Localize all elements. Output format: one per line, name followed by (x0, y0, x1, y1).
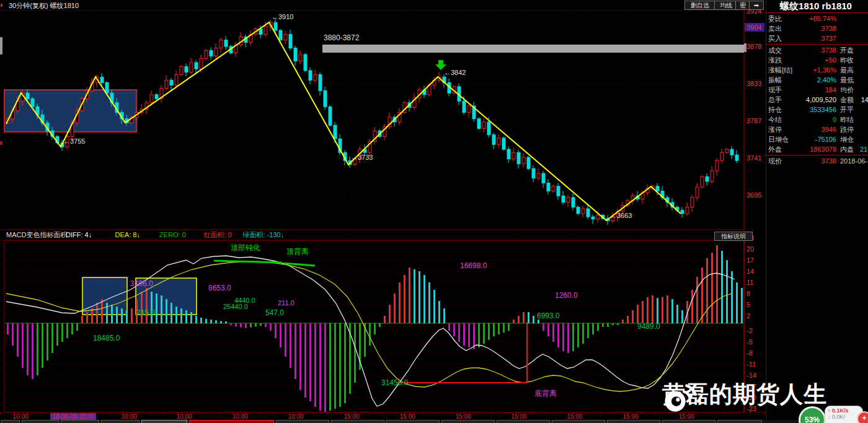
quote-label2: 开盘 (836, 45, 860, 55)
quote-label: 委比 (766, 14, 800, 24)
quote-label: 持仓 (766, 105, 800, 115)
quote-value: 3946 (800, 124, 836, 134)
quote-value: +85.74% (800, 14, 836, 24)
quote-value2 (860, 124, 868, 134)
bottom-tab[interactable] (607, 420, 660, 423)
svg-text:1260.0: 1260.0 (555, 291, 578, 300)
svg-text:6993.0: 6993.0 (537, 312, 560, 320)
svg-text:底背离: 底背离 (534, 389, 557, 398)
ma-toggle-button[interactable]: 均线 (714, 1, 738, 10)
quote-label2: 昨收 (836, 55, 860, 65)
bottom-tab[interactable] (141, 420, 187, 423)
svg-text:ZERO: 0: ZERO: 0 (159, 231, 186, 238)
bottom-tab[interactable] (497, 420, 550, 423)
quote-value: 3738 (800, 24, 836, 33)
quote-value: 3738 (800, 45, 836, 55)
quote-label2: 最低 (836, 75, 860, 85)
svg-text:←3842: ←3842 (444, 69, 466, 76)
svg-text:14: 14 (746, 268, 754, 275)
svg-text:20: 20 (746, 245, 754, 253)
quote-row: 现手184均价 (766, 85, 868, 95)
divider (766, 44, 868, 45)
svg-text:16698.0: 16698.0 (460, 261, 487, 270)
svg-text:3904: 3904 (746, 24, 761, 31)
quote-row: 持仓3533456开平 (766, 105, 868, 115)
svg-text:←3910: ←3910 (272, 13, 293, 20)
time-label: 15:00 (511, 413, 526, 420)
quote-panel: 螺纹1810 rb1810 委比+85.74%卖出3738买入3737成交373… (766, 0, 868, 423)
bottom-tab[interactable] (662, 420, 715, 423)
quote-label: 涨停 (766, 124, 800, 134)
divider (766, 155, 868, 155)
quote-label: 外盘 (766, 144, 800, 154)
macd-labels: 顶部钝化顶背离3106.08653.0215.018485.04440.0254… (93, 243, 660, 398)
quote-label2: 2018-06- (836, 156, 860, 166)
quote-value: 184 (800, 85, 836, 95)
arrow-right-icon[interactable]: ➡ (749, 1, 764, 10)
quote-label2 (836, 14, 860, 24)
quote-row: 涨幅[结]+1.36%最高 (766, 65, 868, 75)
svg-text:3878: 3878 (746, 43, 761, 50)
svg-text:绿面积: -130↓: 绿面积: -130↓ (242, 231, 285, 238)
quote-label2: 金额 (836, 95, 860, 105)
svg-text:3787: 3787 (746, 117, 761, 124)
macd-histogram (7, 245, 743, 412)
quote-row: 现价37382018-06- (766, 156, 868, 166)
quote-value: 3738 (800, 156, 836, 166)
quote-value: 4,009,520 (800, 95, 836, 105)
quote-label2: 昨结 (836, 115, 860, 124)
indicator-help-button[interactable]: 指标说明 (714, 232, 753, 241)
quote-label2: 开平 (836, 105, 860, 115)
bottom-tab[interactable] (386, 420, 440, 423)
svg-text:-8: -8 (746, 349, 753, 357)
macd-header: MACD变色指标面积DIFF: 4↓DEA: 8↓ZERO: 0红面积: 0绿面… (6, 231, 284, 238)
bottom-tab[interactable] (717, 420, 762, 423)
quote-row: 总手4,009,520金额14 (766, 95, 868, 105)
quote-value: +50 (800, 55, 836, 65)
quote-value2 (860, 55, 868, 65)
svg-text:17: 17 (746, 256, 754, 264)
quote-label: 涨跌 (766, 55, 800, 65)
bottom-tab[interactable] (1, 420, 20, 423)
bottom-tab-active[interactable] (189, 420, 274, 423)
quote-value2 (860, 105, 868, 115)
time-label-selected: 18-06-08 22:30 (50, 413, 96, 420)
bottom-tab[interactable] (331, 420, 384, 423)
bottom-tab[interactable] (61, 420, 99, 423)
svg-text:顶背离: 顶背离 (286, 247, 309, 256)
weibo-icon (662, 379, 697, 415)
quote-value2: 214 (860, 144, 868, 154)
bottom-tab[interactable] (101, 420, 140, 423)
svg-text:DEA: 8↓: DEA: 8↓ (115, 231, 140, 238)
price-axis: 3924390438783833378737413695 (744, 7, 764, 199)
bottom-tab[interactable] (441, 420, 495, 423)
trading-app-window: ←39103880-3872←3842←3755←3733←3663392439… (0, 0, 868, 423)
quote-value: 1863078 (800, 144, 836, 154)
svg-text:3741: 3741 (746, 154, 761, 162)
density-button[interactable]: 密 (735, 1, 750, 10)
bottom-tab[interactable] (276, 420, 329, 423)
svg-text:211.0: 211.0 (278, 299, 294, 307)
contract-title: 螺纹1810 rb1810 (766, 1, 866, 12)
remove-watchlist-button[interactable]: 删自选 (684, 1, 715, 10)
bottom-tab[interactable] (552, 420, 605, 423)
quote-row: 委比+85.74% (766, 14, 868, 24)
quote-value2 (860, 33, 868, 43)
chart-period-title: 30分钟(复权) 螺纹1810 (9, 1, 79, 11)
svg-text:红面积: 0: 红面积: 0 (203, 231, 231, 238)
upload-speed: ↑ 0.1K/s (828, 408, 849, 414)
svg-text:←3733: ←3733 (351, 154, 373, 161)
time-label: 15:00 (399, 413, 415, 420)
bottom-tab[interactable] (22, 420, 59, 423)
svg-text:25440.0: 25440.0 (223, 303, 248, 310)
time-axis[interactable]: 10:0018-06-08 22:3010:0010:0010:0010:001… (0, 412, 766, 421)
quote-label: 卖出 (766, 24, 800, 33)
time-label: 10:00 (232, 413, 247, 420)
quote-label2: 均价 (836, 85, 860, 95)
time-label: 10:00 (176, 413, 192, 420)
quote-label: 总手 (766, 95, 800, 105)
bottom-tab-bar (0, 420, 868, 423)
svg-text:-5: -5 (746, 338, 753, 346)
floating-action-button[interactable]: + (857, 411, 868, 423)
quote-label: 涨幅[结] (766, 65, 800, 75)
